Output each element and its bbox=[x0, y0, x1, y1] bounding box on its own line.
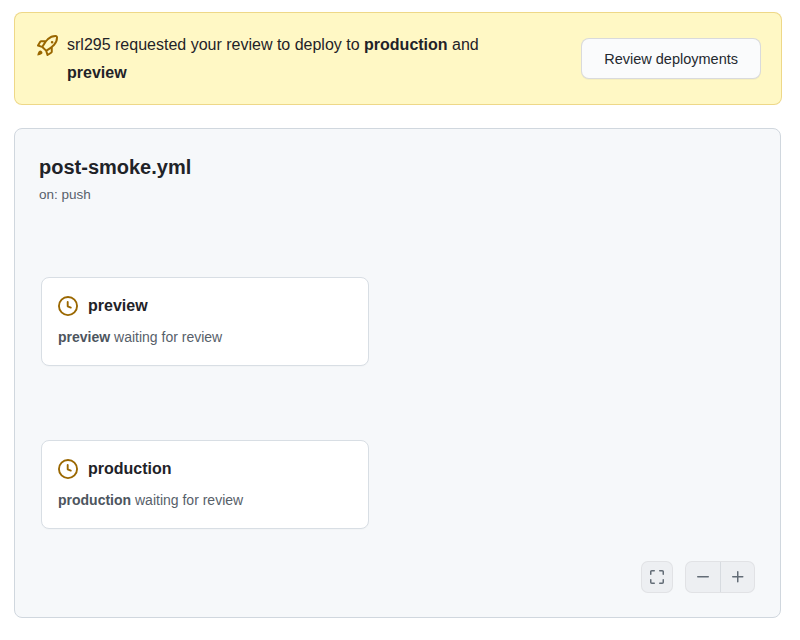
zoom-out-button[interactable] bbox=[686, 562, 720, 592]
job-status-env: preview bbox=[58, 329, 110, 345]
job-name: preview bbox=[88, 297, 148, 315]
zoom-in-button[interactable] bbox=[720, 562, 754, 592]
job-status: preview waiting for review bbox=[58, 329, 352, 345]
plus-icon bbox=[730, 569, 746, 585]
banner-text-before: srl295 requested your review to deploy t… bbox=[67, 36, 364, 53]
review-deployments-button[interactable]: Review deployments bbox=[581, 38, 761, 79]
screen-full-icon bbox=[649, 569, 665, 585]
job-card-production[interactable]: production production waiting for review bbox=[41, 440, 369, 529]
banner-env-production: production bbox=[364, 36, 448, 53]
graph-controls bbox=[641, 561, 755, 593]
job-status-rest: waiting for review bbox=[131, 492, 243, 508]
zoom-control bbox=[685, 561, 755, 593]
fullscreen-button[interactable] bbox=[641, 561, 673, 593]
job-status: production waiting for review bbox=[58, 492, 352, 508]
banner-text-between: and bbox=[448, 36, 479, 53]
job-name: production bbox=[88, 460, 172, 478]
banner-env-preview: preview bbox=[67, 64, 127, 81]
job-status-env: production bbox=[58, 492, 131, 508]
workflow-graph-card: post-smoke.yml on: push preview preview … bbox=[14, 128, 781, 618]
minus-icon bbox=[695, 569, 711, 585]
job-header: preview bbox=[58, 296, 352, 316]
job-header: production bbox=[58, 459, 352, 479]
rocket-icon bbox=[37, 35, 58, 56]
banner-message: srl295 requested your review to deploy t… bbox=[37, 31, 542, 87]
banner-text: srl295 requested your review to deploy t… bbox=[67, 31, 542, 87]
job-card-preview[interactable]: preview preview waiting for review bbox=[41, 277, 369, 366]
workflow-trigger: on: push bbox=[39, 187, 91, 202]
workflow-title: post-smoke.yml bbox=[39, 156, 191, 179]
deployment-review-banner: srl295 requested your review to deploy t… bbox=[14, 12, 782, 105]
clock-icon bbox=[58, 459, 78, 479]
clock-icon bbox=[58, 296, 78, 316]
job-status-rest: waiting for review bbox=[110, 329, 222, 345]
